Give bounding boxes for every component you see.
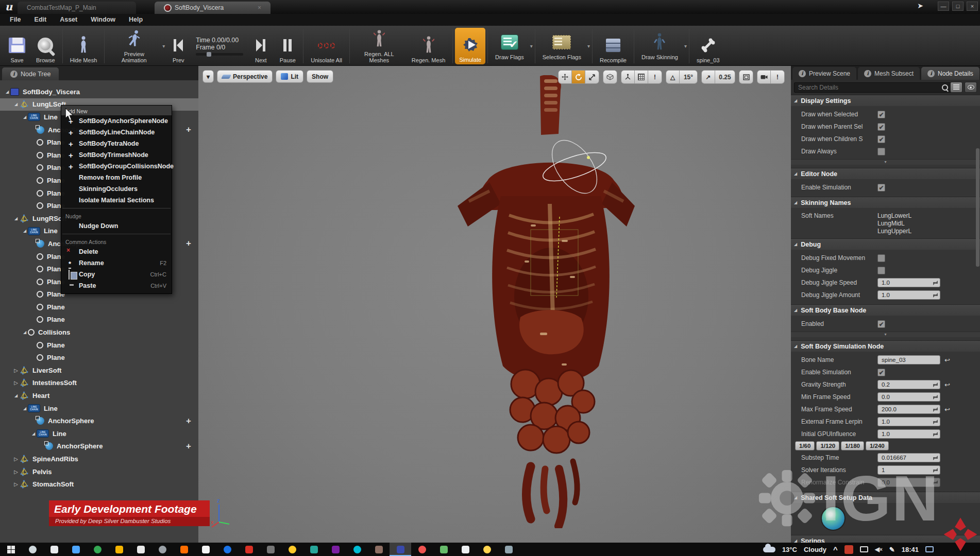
menu-edit[interactable]: Edit: [28, 14, 54, 26]
menu-item-softbodyanchorspherenode[interactable]: +SoftBodyAnchorSphereNode: [61, 115, 172, 127]
grid-snap-value-button[interactable]: !: [648, 71, 662, 83]
taskbar-app-icon[interactable]: [303, 543, 325, 556]
menu-item-nudge-down[interactable]: Nudge Down: [61, 220, 172, 232]
bone-selector[interactable]: spine_03: [691, 28, 725, 64]
section-header[interactable]: ◢Soft Body Base Node: [791, 304, 980, 316]
volume-muted-icon[interactable]: ◀×: [875, 546, 883, 553]
menu-item-copy[interactable]: CopyCtrl+C: [61, 269, 172, 280]
tree-item-plane[interactable]: Plane: [0, 339, 198, 352]
unisolate-all-button[interactable]: Unisolate All: [306, 28, 347, 64]
preset-1-240[interactable]: 1/240: [866, 441, 889, 450]
tree-item-heart[interactable]: ◢Heart: [0, 389, 198, 402]
taskbar-app-icon[interactable]: [173, 543, 195, 556]
taskbar-app-icon[interactable]: [238, 543, 260, 556]
chevron-down-icon[interactable]: ▾: [587, 43, 590, 49]
details-scrollbar[interactable]: [976, 148, 979, 267]
checkbox[interactable]: [877, 267, 885, 274]
preset-1-120[interactable]: 1/120: [816, 441, 839, 450]
menu-item-softbodygroupcollisionsnode[interactable]: +SoftBodyGroupCollisionsNode: [61, 161, 172, 172]
draw-flags-button[interactable]: Draw Flags: [490, 31, 529, 61]
menu-item-softbodylinechainnode[interactable]: +SoftBodyLineChainNode: [61, 127, 172, 138]
expander-icon[interactable]: ▷: [13, 380, 19, 386]
tree-item-plane[interactable]: Plane: [0, 351, 198, 364]
menu-window[interactable]: Window: [84, 14, 122, 26]
taskbar-app-icon[interactable]: [368, 543, 390, 556]
tree-item-intestinessoft[interactable]: ▷IntestinesSoft: [0, 377, 198, 390]
taskbar-app-icon[interactable]: [260, 543, 281, 556]
reset-to-default-icon[interactable]: ↩: [944, 406, 950, 413]
taskbar-app-icon[interactable]: [108, 543, 130, 556]
weather-condition[interactable]: Cloudy: [804, 546, 826, 553]
checkbox[interactable]: ✔: [877, 135, 885, 143]
3d-viewport[interactable]: ▾ Perspective Lit Show ! △ 15° ↗: [198, 66, 791, 543]
taskbar-app-icon[interactable]: [216, 543, 238, 556]
tab-preview-scene[interactable]: i Preview Scene: [792, 67, 856, 80]
spinner-icon[interactable]: [933, 281, 938, 285]
spinner-icon[interactable]: [933, 407, 938, 412]
add-node-icon[interactable]: +: [186, 441, 191, 451]
menu-item-skinningoccluders[interactable]: SkinningOccluders: [61, 183, 172, 195]
angle-snap-button[interactable]: △: [666, 71, 680, 83]
viewport-options-button[interactable]: ▾: [202, 70, 214, 83]
simulate-button[interactable]: Simulate: [455, 28, 485, 64]
search-details-input[interactable]: [794, 82, 951, 93]
expander-icon[interactable]: ◢: [22, 229, 28, 233]
tree-item-liversoft[interactable]: ▷LiverSoft: [0, 364, 198, 377]
spinner-icon[interactable]: [933, 383, 938, 387]
display-tray-icon[interactable]: [860, 546, 868, 552]
expander-icon[interactable]: ◢: [22, 115, 28, 119]
tree-item-plane[interactable]: Plane: [0, 301, 198, 314]
expander-icon[interactable]: ▷: [13, 481, 19, 487]
next-frame-button[interactable]: Next: [247, 28, 274, 64]
checkbox[interactable]: ✔: [877, 184, 885, 192]
visibility-filter-button[interactable]: [965, 82, 977, 93]
tab-softbody-viscera[interactable]: SoftBody_Viscera ×: [155, 2, 271, 14]
weather-temp[interactable]: 13°C: [782, 546, 797, 553]
numeric-field[interactable]: 0.0: [877, 478, 940, 487]
numeric-field[interactable]: 0.0: [877, 392, 940, 402]
expander-icon[interactable]: ◢: [22, 406, 28, 411]
tray-chevron-up[interactable]: ^: [833, 545, 838, 554]
numeric-field[interactable]: 0.016667: [877, 453, 940, 462]
numeric-field[interactable]: 1.0: [877, 429, 940, 439]
taskbar-app-icon[interactable]: [65, 543, 87, 556]
taskbar-app-icon[interactable]: [476, 543, 498, 556]
section-expander-bar[interactable]: ▾: [791, 159, 980, 165]
tab-mesh-subsections[interactable]: i Mesh Subsect: [858, 67, 920, 80]
add-node-icon[interactable]: +: [186, 416, 191, 426]
checkbox[interactable]: ✔: [877, 111, 885, 118]
menu-help[interactable]: Help: [122, 14, 149, 26]
spinner-icon[interactable]: [933, 293, 938, 298]
save-button[interactable]: Save: [3, 28, 31, 64]
draw-skinning-button[interactable]: Draw Skinning: [636, 31, 683, 61]
checkbox[interactable]: ✔: [877, 123, 885, 131]
expander-icon[interactable]: ◢: [13, 102, 19, 107]
expander-icon[interactable]: ◢: [13, 393, 19, 398]
tree-item-softbody_viscera[interactable]: ◢SoftBody_Viscera: [0, 85, 198, 98]
taskbar-app-icon[interactable]: [151, 543, 173, 556]
expander-icon[interactable]: ▷: [13, 469, 19, 475]
springs-asset-thumbnail[interactable]: [821, 506, 846, 531]
menu-item-rename[interactable]: *RenameF2: [61, 257, 172, 269]
notification-center-icon[interactable]: [925, 546, 934, 552]
expander-icon[interactable]: ◢: [22, 330, 28, 335]
timeline-slider[interactable]: [196, 53, 243, 56]
regen-all-meshes-button[interactable]: Regen. ALL Meshes: [352, 28, 407, 64]
checkbox[interactable]: [877, 148, 885, 155]
taskbar-app-icon[interactable]: [411, 543, 433, 556]
tab-close-icon[interactable]: ×: [258, 4, 261, 11]
taskbar-app-icon[interactable]: [346, 543, 368, 556]
tree-item-spineandribs[interactable]: ▷SpineAndRibs: [0, 453, 198, 465]
taskbar-app-icon[interactable]: [87, 543, 108, 556]
angle-snap-value-button[interactable]: 15°: [680, 71, 697, 83]
maximize-button[interactable]: □: [952, 2, 964, 11]
playstation-app-icon[interactable]: [844, 545, 853, 554]
tree-item-stomachsoft[interactable]: ▷StomachSoft: [0, 478, 198, 491]
preset-1-180[interactable]: 1/180: [841, 441, 864, 450]
numeric-field[interactable]: 200.0: [877, 405, 940, 414]
spinner-icon[interactable]: [933, 420, 938, 424]
numeric-field[interactable]: 0.2: [877, 380, 940, 389]
show-button[interactable]: Show: [307, 70, 333, 83]
numeric-field[interactable]: 1: [877, 465, 940, 475]
taskbar-app-icon[interactable]: [281, 543, 303, 556]
